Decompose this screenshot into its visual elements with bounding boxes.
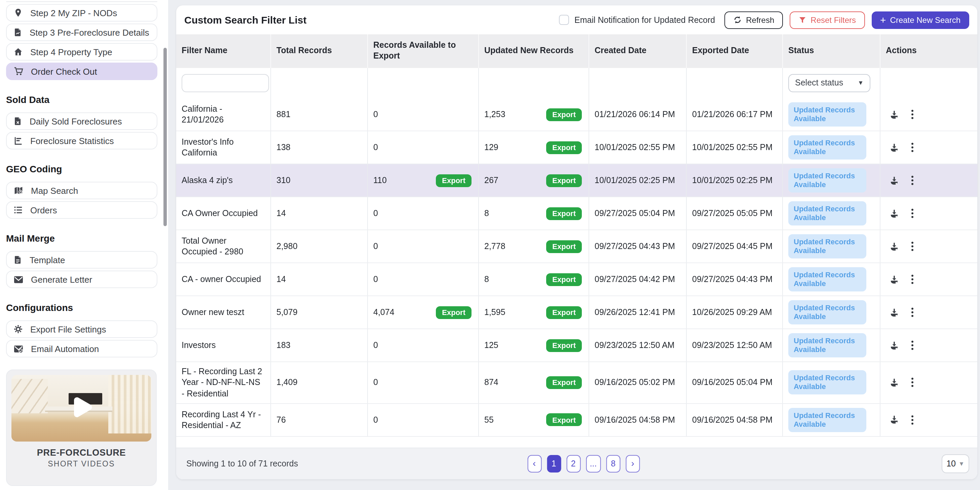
play-icon[interactable] bbox=[67, 393, 95, 424]
records-available-cell: 0 bbox=[368, 98, 479, 131]
total-records-cell: 881 bbox=[271, 98, 368, 131]
filter-name-cell: Investors bbox=[176, 329, 271, 361]
chevron-down-icon: ▼ bbox=[858, 79, 864, 87]
kebab-menu-icon[interactable] bbox=[911, 208, 914, 219]
exported-date-cell: 10/01/2025 02:25 PM bbox=[687, 164, 783, 196]
exported-date-cell: 09/27/2025 04:43 PM bbox=[687, 263, 783, 295]
download-icon[interactable] bbox=[889, 176, 899, 185]
kebab-menu-icon[interactable] bbox=[911, 377, 914, 388]
export-button[interactable]: Export bbox=[436, 306, 471, 319]
status-badge: Updated Records Available bbox=[788, 234, 866, 259]
export-button[interactable]: Export bbox=[546, 108, 582, 121]
status-filter-select[interactable]: Select status ▼ bbox=[788, 74, 870, 92]
total-records-cell: 5,079 bbox=[271, 296, 368, 329]
video-thumbnail[interactable] bbox=[11, 375, 151, 442]
export-button[interactable]: Export bbox=[546, 207, 582, 220]
export-button[interactable]: Export bbox=[546, 376, 582, 389]
filter-name-cell-text: California - 21/01/2026 bbox=[181, 104, 264, 126]
exported-date-cell-text: 09/27/2025 05:05 PM bbox=[692, 208, 773, 219]
created-date-cell-text: 09/27/2025 04:43 PM bbox=[595, 241, 675, 252]
pagination-next-button[interactable]: › bbox=[626, 455, 640, 472]
sidebar-item-order-check-out[interactable]: Order Check Out bbox=[6, 62, 158, 80]
create-new-search-button[interactable]: + Create New Search bbox=[871, 11, 969, 29]
created-date-cell-text: 10/01/2025 02:55 PM bbox=[595, 142, 675, 153]
export-button[interactable]: Export bbox=[546, 273, 582, 286]
pagination-prev-button[interactable]: ‹ bbox=[527, 455, 541, 472]
sidebar-item-email-automation[interactable]: Email Automation bbox=[6, 340, 158, 358]
actions-cell bbox=[880, 329, 977, 361]
kebab-menu-icon[interactable] bbox=[911, 241, 914, 252]
kebab-menu-icon[interactable] bbox=[911, 415, 914, 425]
status-cell: Updated Records Available bbox=[783, 197, 880, 230]
table-row: FL - Recording Last 2 Year - ND-NF-NL-NS… bbox=[176, 362, 977, 404]
kebab-menu-icon[interactable] bbox=[911, 340, 914, 351]
sidebar-item-label: Step 3 Pre-Foreclosure Details bbox=[30, 27, 149, 37]
download-icon[interactable] bbox=[889, 340, 899, 350]
kebab-menu-icon[interactable] bbox=[911, 142, 914, 153]
filter-name-cell: Investor's Info California bbox=[176, 131, 271, 164]
status-cell: Updated Records Available bbox=[783, 404, 880, 436]
download-icon[interactable] bbox=[889, 378, 899, 388]
kebab-menu-icon[interactable] bbox=[911, 274, 914, 285]
pagination-page-button-8[interactable]: 8 bbox=[606, 455, 620, 472]
updated-new-records-cell: 125Export bbox=[479, 329, 589, 361]
status-filter-value: Select status bbox=[795, 78, 843, 89]
sidebar-item-template[interactable]: Template bbox=[6, 251, 158, 268]
email-notification-checkbox[interactable] bbox=[559, 15, 569, 25]
total-records-cell-text: 138 bbox=[277, 142, 291, 153]
column-header-created-date: Created Date bbox=[589, 34, 687, 68]
export-button[interactable]: Export bbox=[546, 413, 582, 426]
total-records-cell: 76 bbox=[271, 404, 368, 436]
total-records-cell-text: 76 bbox=[277, 414, 286, 425]
export-button[interactable]: Export bbox=[546, 174, 582, 187]
status-cell: Updated Records Available bbox=[783, 329, 880, 361]
email-notification-toggle[interactable]: Email Notification for Updated Record bbox=[559, 15, 715, 25]
email-check-icon bbox=[13, 344, 24, 353]
column-header-total-records: Total Records bbox=[271, 34, 368, 68]
records-available-cell-text: 4,074 bbox=[373, 307, 395, 318]
export-button[interactable]: Export bbox=[546, 306, 582, 319]
export-button[interactable]: Export bbox=[546, 141, 582, 154]
export-button[interactable]: Export bbox=[436, 174, 471, 187]
page-size-select[interactable]: 10 ▼ bbox=[942, 454, 969, 473]
refresh-label: Refresh bbox=[746, 15, 774, 25]
sidebar-item-step-2-my-zip-nods[interactable]: Step 2 My ZIP - NODs bbox=[6, 4, 158, 22]
filter-name-cell: California - 21/01/2026 bbox=[176, 98, 271, 131]
status-badge: Updated Records Available bbox=[788, 333, 866, 358]
pagination-page-button-1[interactable]: 1 bbox=[547, 455, 561, 472]
total-records-cell-text: 183 bbox=[277, 340, 291, 351]
pagination-page-button-2[interactable]: 2 bbox=[566, 455, 581, 472]
download-icon[interactable] bbox=[889, 307, 899, 318]
refresh-button[interactable]: Refresh bbox=[724, 11, 783, 29]
sidebar-item-export-file-settings[interactable]: Export File Settings bbox=[6, 321, 158, 338]
kebab-menu-icon[interactable] bbox=[911, 175, 914, 186]
sidebar-section-title-geo-coding: GEO Coding bbox=[6, 164, 158, 174]
download-icon[interactable] bbox=[889, 241, 899, 251]
sidebar-item-orders[interactable]: Orders bbox=[6, 201, 158, 219]
created-date-cell-text: 09/26/2025 12:41 PM bbox=[595, 307, 675, 318]
sidebar-item-generate-letter[interactable]: Generate Letter bbox=[6, 271, 158, 288]
download-icon[interactable] bbox=[889, 208, 899, 219]
video-thumb-curtain bbox=[108, 375, 151, 433]
download-icon[interactable] bbox=[889, 142, 899, 152]
sidebar-item-daily-sold-foreclosures[interactable]: Daily Sold Foreclosures bbox=[6, 112, 158, 130]
pagination-page-button-[interactable]: ... bbox=[586, 455, 601, 472]
download-icon[interactable] bbox=[889, 415, 899, 425]
sidebar-item-step-3-pre-foreclosure-details[interactable]: Step 3 Pre-Foreclosure Details bbox=[6, 24, 158, 41]
sidebar-item-map-search[interactable]: Map Search bbox=[6, 182, 158, 199]
filter-name-cell: Alaska 4 zip's bbox=[176, 164, 271, 196]
download-icon[interactable] bbox=[889, 274, 899, 284]
export-button[interactable]: Export bbox=[546, 339, 582, 352]
sidebar-scrollbar[interactable] bbox=[164, 48, 167, 226]
reset-filters-button[interactable]: Reset Filters bbox=[790, 11, 865, 29]
kebab-menu-icon[interactable] bbox=[911, 109, 914, 120]
cart-icon bbox=[13, 67, 24, 76]
promo-video-card[interactable]: PRE-FORCLOSURE SHORT VIDEOS bbox=[6, 370, 157, 486]
filter-name-input[interactable] bbox=[181, 74, 269, 92]
sidebar-item-foreclosure-statistics[interactable]: Foreclosure Statistics bbox=[6, 132, 158, 149]
export-button[interactable]: Export bbox=[546, 240, 582, 253]
download-icon[interactable] bbox=[889, 109, 899, 120]
total-records-cell-text: 5,079 bbox=[277, 307, 298, 318]
kebab-menu-icon[interactable] bbox=[911, 307, 914, 318]
sidebar-item-step-4-property-type[interactable]: Step 4 Property Type bbox=[6, 43, 158, 61]
